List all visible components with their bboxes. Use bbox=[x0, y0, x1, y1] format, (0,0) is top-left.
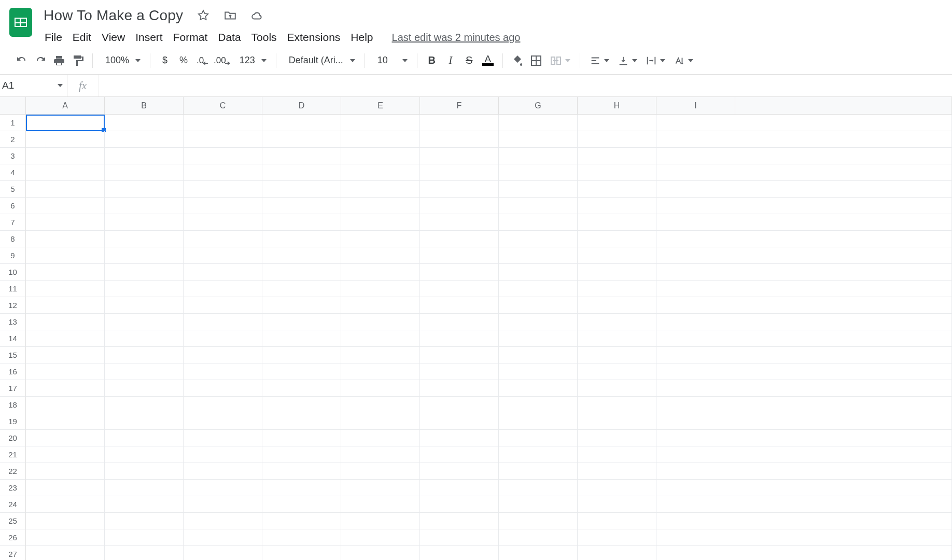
cell-H10[interactable] bbox=[578, 264, 656, 281]
sheets-logo[interactable] bbox=[7, 4, 34, 40]
cell-D6[interactable] bbox=[262, 198, 341, 214]
row-header-23[interactable]: 23 bbox=[0, 480, 26, 496]
cell-E1[interactable] bbox=[341, 115, 420, 131]
cell-B14[interactable] bbox=[105, 330, 184, 347]
cell-D8[interactable] bbox=[262, 231, 341, 247]
cell-H2[interactable] bbox=[578, 131, 656, 148]
cell-H8[interactable] bbox=[578, 231, 656, 247]
cell-G7[interactable] bbox=[499, 214, 578, 231]
cell-B16[interactable] bbox=[105, 363, 184, 380]
cell-E5[interactable] bbox=[341, 181, 420, 198]
horizontal-align-dropdown[interactable] bbox=[585, 55, 613, 66]
cell-F27[interactable] bbox=[420, 546, 499, 560]
cell-C10[interactable] bbox=[184, 264, 262, 281]
cell-A22[interactable] bbox=[26, 463, 105, 480]
cell-G8[interactable] bbox=[499, 231, 578, 247]
cell-I26[interactable] bbox=[656, 529, 735, 546]
cell-D25[interactable] bbox=[262, 513, 341, 529]
strikethrough-button[interactable]: S bbox=[460, 51, 479, 70]
cell-B6[interactable] bbox=[105, 198, 184, 214]
cell-D18[interactable] bbox=[262, 397, 341, 413]
cell-A15[interactable] bbox=[26, 347, 105, 363]
cell-E2[interactable] bbox=[341, 131, 420, 148]
cell-B2[interactable] bbox=[105, 131, 184, 148]
cell-B10[interactable] bbox=[105, 264, 184, 281]
cell-I16[interactable] bbox=[656, 363, 735, 380]
cell-C19[interactable] bbox=[184, 413, 262, 430]
row-header-9[interactable]: 9 bbox=[0, 247, 26, 264]
cell-D19[interactable] bbox=[262, 413, 341, 430]
text-color-button[interactable]: A bbox=[479, 51, 497, 70]
cell-B20[interactable] bbox=[105, 430, 184, 446]
document-title[interactable]: How To Make a Copy bbox=[44, 7, 183, 24]
cell-E12[interactable] bbox=[341, 297, 420, 314]
column-header-D[interactable]: D bbox=[262, 97, 341, 115]
row-header-2[interactable]: 2 bbox=[0, 131, 26, 148]
row-header-17[interactable]: 17 bbox=[0, 380, 26, 397]
move-icon[interactable] bbox=[223, 9, 237, 22]
cell-D5[interactable] bbox=[262, 181, 341, 198]
cell-C14[interactable] bbox=[184, 330, 262, 347]
cell-H12[interactable] bbox=[578, 297, 656, 314]
cell-G16[interactable] bbox=[499, 363, 578, 380]
cell-H22[interactable] bbox=[578, 463, 656, 480]
cell-E10[interactable] bbox=[341, 264, 420, 281]
cell-E16[interactable] bbox=[341, 363, 420, 380]
cell-F3[interactable] bbox=[420, 148, 499, 164]
menu-tools[interactable]: Tools bbox=[246, 28, 282, 47]
cloud-status-icon[interactable] bbox=[250, 9, 264, 22]
cell-B22[interactable] bbox=[105, 463, 184, 480]
cell-B5[interactable] bbox=[105, 181, 184, 198]
row-header-13[interactable]: 13 bbox=[0, 314, 26, 330]
cell-G11[interactable] bbox=[499, 281, 578, 297]
cell-I15[interactable] bbox=[656, 347, 735, 363]
vertical-align-dropdown[interactable] bbox=[613, 55, 641, 66]
cell-C15[interactable] bbox=[184, 347, 262, 363]
cell-E18[interactable] bbox=[341, 397, 420, 413]
cell-A26[interactable] bbox=[26, 529, 105, 546]
cell-B27[interactable] bbox=[105, 546, 184, 560]
fill-color-button[interactable] bbox=[508, 51, 527, 70]
cell-E23[interactable] bbox=[341, 480, 420, 496]
cell-B15[interactable] bbox=[105, 347, 184, 363]
cell-G25[interactable] bbox=[499, 513, 578, 529]
text-wrap-dropdown[interactable] bbox=[641, 55, 669, 66]
select-all-corner[interactable] bbox=[0, 97, 26, 115]
cell-H16[interactable] bbox=[578, 363, 656, 380]
cell-C20[interactable] bbox=[184, 430, 262, 446]
cell-A10[interactable] bbox=[26, 264, 105, 281]
cell-G21[interactable] bbox=[499, 446, 578, 463]
cell-E9[interactable] bbox=[341, 247, 420, 264]
cell-I4[interactable] bbox=[656, 164, 735, 181]
menu-insert[interactable]: Insert bbox=[130, 28, 168, 47]
cell-E19[interactable] bbox=[341, 413, 420, 430]
row-header-12[interactable]: 12 bbox=[0, 297, 26, 314]
cell-I18[interactable] bbox=[656, 397, 735, 413]
cell-C13[interactable] bbox=[184, 314, 262, 330]
cell-C27[interactable] bbox=[184, 546, 262, 560]
cell-A16[interactable] bbox=[26, 363, 105, 380]
cell-B4[interactable] bbox=[105, 164, 184, 181]
cell-F14[interactable] bbox=[420, 330, 499, 347]
cell-C23[interactable] bbox=[184, 480, 262, 496]
menu-file[interactable]: File bbox=[44, 28, 67, 47]
cell-C3[interactable] bbox=[184, 148, 262, 164]
column-header-C[interactable]: C bbox=[184, 97, 262, 115]
cell-F18[interactable] bbox=[420, 397, 499, 413]
cell-D15[interactable] bbox=[262, 347, 341, 363]
cell-F20[interactable] bbox=[420, 430, 499, 446]
cell-C25[interactable] bbox=[184, 513, 262, 529]
cell-G22[interactable] bbox=[499, 463, 578, 480]
cell-H19[interactable] bbox=[578, 413, 656, 430]
format-percent-button[interactable]: % bbox=[174, 51, 193, 70]
print-icon[interactable] bbox=[50, 51, 68, 70]
menu-extensions[interactable]: Extensions bbox=[282, 28, 346, 47]
cell-G12[interactable] bbox=[499, 297, 578, 314]
bold-button[interactable]: B bbox=[423, 51, 441, 70]
cell-D24[interactable] bbox=[262, 496, 341, 513]
cell-B11[interactable] bbox=[105, 281, 184, 297]
cell-G13[interactable] bbox=[499, 314, 578, 330]
cell-D9[interactable] bbox=[262, 247, 341, 264]
cell-B1[interactable] bbox=[105, 115, 184, 131]
cell-H21[interactable] bbox=[578, 446, 656, 463]
